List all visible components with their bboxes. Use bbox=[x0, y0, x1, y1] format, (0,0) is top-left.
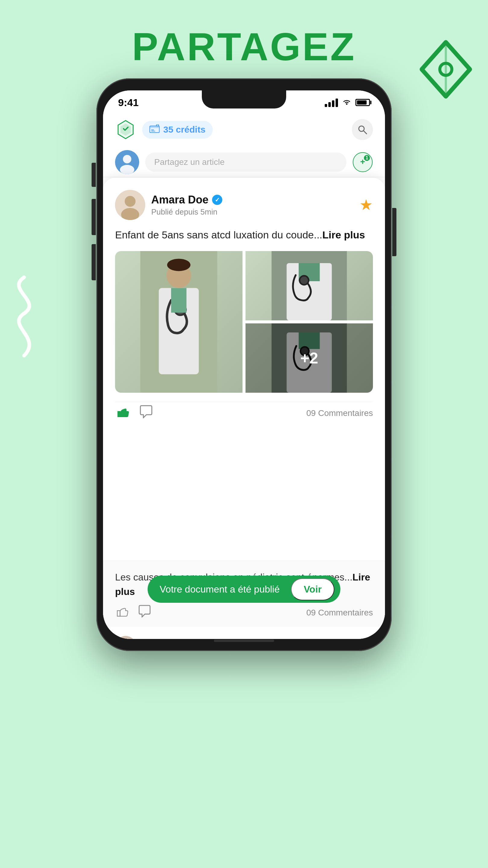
read-more-link[interactable]: Lire plus bbox=[322, 229, 365, 241]
share-input-placeholder: Partagez un article bbox=[154, 157, 224, 167]
comment-button[interactable] bbox=[139, 405, 153, 421]
status-time: 9:41 bbox=[118, 97, 138, 108]
second-post-actions: 09 Commentaires bbox=[115, 605, 373, 621]
share-bar: Partagez un article + 1 bbox=[103, 147, 385, 177]
svg-point-1 bbox=[346, 103, 348, 105]
post-card: Amara Doe ✓ Publié depuis 5min ★ Enfant … bbox=[103, 178, 385, 639]
phone-volume-down-button bbox=[92, 244, 96, 280]
post-text: Enfant de 5ans sans atcd luxation du cou… bbox=[115, 227, 373, 243]
share-add-button[interactable]: + 1 bbox=[352, 152, 373, 173]
post-time: Publié depuis 5min bbox=[151, 207, 222, 217]
credits-icon: $ bbox=[150, 124, 160, 135]
battery-icon bbox=[355, 99, 370, 106]
phone-mockup: 9:41 bbox=[96, 79, 392, 856]
phone-side-button bbox=[92, 163, 96, 187]
svg-point-12 bbox=[120, 165, 134, 174]
comments-count: 09 Commentaires bbox=[306, 408, 373, 418]
second-comment-button[interactable] bbox=[138, 605, 151, 621]
toast-message: Votre document a été publié bbox=[160, 584, 285, 595]
third-post: Publié depuis 5min Docteur Frejus, invit… bbox=[103, 627, 385, 639]
post-header: Amara Doe ✓ Publié depuis 5min ★ bbox=[115, 190, 373, 220]
post-author: Amara Doe ✓ Publié depuis 5min bbox=[115, 190, 222, 220]
svg-point-19 bbox=[125, 196, 135, 207]
phone-power-button bbox=[392, 208, 396, 256]
svg-text:$: $ bbox=[157, 124, 158, 127]
svg-rect-24 bbox=[171, 288, 187, 313]
app-logo bbox=[115, 119, 136, 140]
phone-volume-up-button bbox=[92, 199, 96, 235]
post-image-1[interactable] bbox=[115, 251, 242, 393]
svg-text:1: 1 bbox=[366, 155, 368, 160]
phone-screen: 9:41 bbox=[103, 90, 385, 639]
like-button[interactable] bbox=[115, 405, 130, 421]
action-left bbox=[115, 405, 153, 421]
third-author-row: Publié depuis 5min bbox=[115, 636, 373, 639]
share-input[interactable]: Partagez un article bbox=[145, 153, 347, 172]
post-card-inner: Amara Doe ✓ Publié depuis 5min ★ Enfant … bbox=[103, 178, 385, 430]
author-name: Amara Doe ✓ bbox=[151, 193, 222, 206]
user-avatar bbox=[115, 150, 139, 174]
third-avatar bbox=[115, 636, 136, 639]
wifi-icon bbox=[342, 98, 351, 107]
status-icons bbox=[325, 98, 370, 107]
svg-point-30 bbox=[300, 276, 309, 285]
post-image-2[interactable] bbox=[246, 251, 373, 320]
deco-squiggle-icon bbox=[0, 271, 48, 362]
post-images-grid: +2 bbox=[115, 251, 373, 393]
author-info: Amara Doe ✓ Publié depuis 5min bbox=[151, 193, 222, 217]
second-like-button[interactable] bbox=[115, 605, 129, 621]
credits-badge[interactable]: $ 35 crédits bbox=[142, 121, 213, 138]
header-left: $ 35 crédits bbox=[115, 119, 213, 140]
svg-point-26 bbox=[167, 259, 191, 271]
author-avatar bbox=[115, 190, 145, 220]
app-header: $ 35 crédits bbox=[103, 115, 385, 145]
second-comments-count: 09 Commentaires bbox=[306, 608, 373, 618]
credits-text: 35 crédits bbox=[163, 124, 205, 135]
verified-badge: ✓ bbox=[212, 195, 222, 205]
phone-chin bbox=[214, 640, 274, 642]
second-action-left bbox=[115, 605, 151, 621]
post-image-3[interactable]: +2 bbox=[246, 323, 373, 393]
svg-point-35 bbox=[115, 636, 136, 639]
star-button[interactable]: ★ bbox=[359, 196, 373, 214]
search-button[interactable] bbox=[352, 119, 373, 140]
deco-diamond-icon bbox=[413, 36, 479, 102]
svg-point-11 bbox=[123, 155, 131, 163]
toast-action-button[interactable]: Voir bbox=[291, 578, 334, 600]
post-actions: 09 Commentaires bbox=[115, 402, 373, 424]
toast-notification: Votre document a été publié Voir bbox=[148, 576, 340, 603]
phone-frame: 9:41 bbox=[96, 79, 392, 651]
svg-line-9 bbox=[364, 131, 367, 134]
phone-notch bbox=[202, 90, 286, 108]
signal-icon bbox=[325, 98, 338, 107]
image-overlay-count: +2 bbox=[246, 323, 373, 393]
